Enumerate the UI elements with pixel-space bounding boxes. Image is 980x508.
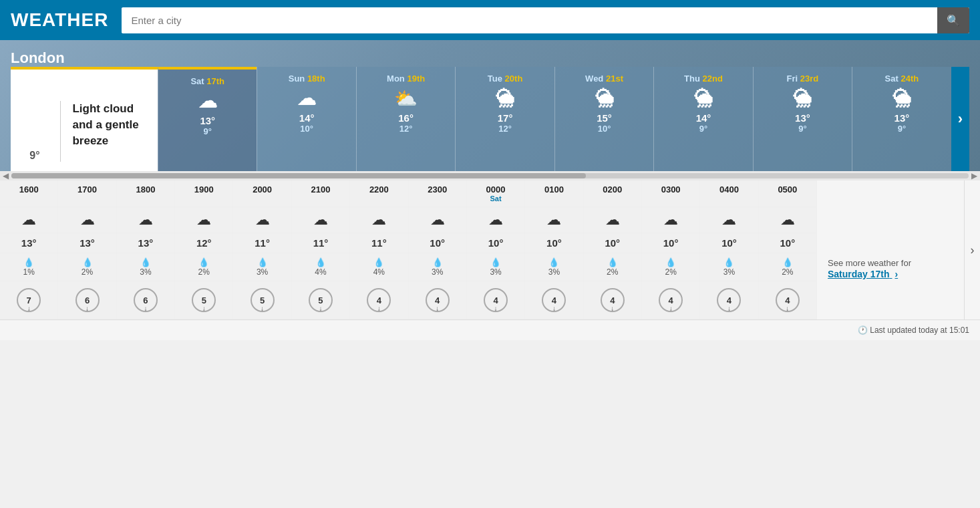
day-temp-low: 10° <box>261 124 351 134</box>
rain-drop-icon: 💧 <box>412 257 464 267</box>
hourly-icon-cell: ☁ <box>233 207 291 233</box>
hourly-rain-cell: 💧 2% <box>759 253 817 281</box>
search-button[interactable]: 🔍 <box>937 7 969 33</box>
today-temp-low: 9° <box>29 150 39 162</box>
hourly-wind-cell: 5 ↓ <box>233 281 291 319</box>
hourly-weather-icon: ☁ <box>780 211 795 228</box>
day-forecast-card[interactable]: Wed 21st 🌦 15° 10° <box>554 67 653 171</box>
wind-circle: 4 ↓ <box>601 288 625 312</box>
hourly-temp: 10° <box>663 237 679 249</box>
day-weather-icon: 🌦 <box>658 88 748 110</box>
hourly-wind-cell: 6 ↓ <box>58 281 116 319</box>
hourly-temp: 11° <box>255 237 270 249</box>
rain-drop-icon: 💧 <box>353 257 405 267</box>
wind-circle: 4 ↓ <box>659 288 683 312</box>
rain-percent: 2% <box>61 267 113 277</box>
day-temp-high: 13° <box>856 112 947 124</box>
hourly-wind-cell: 4 ↓ <box>642 281 700 319</box>
day-weather-icon: 🌦 <box>460 88 550 110</box>
rain-percent: 2% <box>645 267 697 277</box>
hourly-temp-cell: 10° <box>467 233 525 253</box>
day-forecast-card[interactable]: Thu 22nd 🌦 14° 9° <box>653 67 752 171</box>
day-name: Thu 22nd <box>658 74 748 84</box>
side-panel: See more weather for Saturday 17th › <box>817 180 964 320</box>
rain-percent: 3% <box>412 267 464 277</box>
day-temp-high: 16° <box>361 112 451 124</box>
hourly-time-cell: 1600 <box>0 180 58 207</box>
hourly-wind-cell: 5 ↓ <box>292 281 350 319</box>
hourly-time-cell: 1900 <box>175 180 233 207</box>
hourly-icon-cell: ☁ <box>584 207 642 233</box>
hourly-icon-cell: ☁ <box>58 207 116 233</box>
rain-percent: 3% <box>236 267 288 277</box>
wind-circle: 4 ↓ <box>776 288 800 312</box>
wind-direction-arrow: ↓ <box>436 305 439 312</box>
day-forecasts: Sat 17th ☁ 13° 9° Sun 18th ☁ 14° 10° Mon… <box>158 67 951 171</box>
rain-percent: 2% <box>587 267 639 277</box>
hourly-weather-icon: ☁ <box>430 211 445 228</box>
day-temp-low: 9° <box>162 126 253 136</box>
forecast-next-arrow[interactable]: › <box>951 67 969 171</box>
header: WEATHER 🔍 <box>0 0 980 40</box>
hourly-wind-cell: 4 ↓ <box>409 281 467 319</box>
day-forecast-card[interactable]: Sun 18th ☁ 14° 10° <box>257 67 355 171</box>
hourly-temp: 10° <box>488 237 504 249</box>
day-forecast-card[interactable]: Fri 23rd 🌦 13° 9° <box>753 67 852 171</box>
hourly-weather-icon: ☁ <box>721 211 736 228</box>
day-forecast-card[interactable]: Tue 20th 🌦 17° 12° <box>455 67 554 171</box>
wind-direction-arrow: ↓ <box>202 305 206 312</box>
hourly-icon-cell: ☁ <box>467 207 525 233</box>
hourly-icon-cell: ☁ <box>642 207 700 233</box>
rain-percent: 2% <box>762 267 814 277</box>
last-updated: Last updated today at 15:01 <box>870 326 969 335</box>
day-name: Mon 19th <box>361 74 451 84</box>
scrollbar-thumb <box>11 173 586 178</box>
hourly-rain-cell: 💧 1% <box>0 253 58 281</box>
day-temp-high: 13° <box>162 115 253 126</box>
wind-direction-arrow: ↓ <box>611 305 614 312</box>
right-scroll-button[interactable]: › <box>964 180 980 320</box>
hourly-rain-cell: 💧 3% <box>700 253 758 281</box>
day-forecast-card[interactable]: Sat 24th 🌦 13° 9° <box>852 67 951 171</box>
rain-drop-icon: 💧 <box>703 257 755 267</box>
hourly-temp: 10° <box>430 237 445 249</box>
wind-circle: 4 ↓ <box>426 288 450 312</box>
day-forecast-card[interactable]: Sat 17th ☁ 13° 9° <box>158 67 257 171</box>
scroll-left-arrow[interactable]: ◀ <box>3 171 9 180</box>
day-weather-icon: ☁ <box>162 90 253 112</box>
rain-drop-icon: 💧 <box>295 257 347 267</box>
day-weather-icon: 🌦 <box>856 88 947 110</box>
wind-direction-arrow: ↓ <box>669 305 673 312</box>
hourly-time-cell: 0100 <box>525 180 583 207</box>
hourly-rain-cell: 💧 2% <box>175 253 233 281</box>
hourly-icon-cell: ☁ <box>759 207 817 233</box>
rain-drop-icon: 💧 <box>587 257 639 267</box>
clock-icon: 🕐 <box>858 326 868 335</box>
hourly-weather-icon: ☁ <box>138 211 153 228</box>
rain-drop-icon: 💧 <box>61 257 113 267</box>
wind-circle: 4 ↓ <box>367 288 391 312</box>
wind-direction-arrow: ↓ <box>144 305 147 312</box>
scrollbar-track[interactable] <box>11 173 969 178</box>
hourly-weather-icon: ☁ <box>488 211 503 228</box>
rain-percent: 1% <box>3 267 55 277</box>
see-more-link[interactable]: Saturday 17th › <box>828 269 898 279</box>
day-temp-high: 14° <box>261 112 351 124</box>
hourly-temp-cell: 10° <box>584 233 642 253</box>
hourly-weather-icon: ☁ <box>80 211 95 228</box>
hourly-temp-cell: 13° <box>117 233 175 253</box>
hourly-temp: 10° <box>546 237 562 249</box>
wind-direction-arrow: ↓ <box>377 305 381 312</box>
scrollbar-area[interactable]: ◀ ▶ <box>0 171 980 180</box>
rain-drop-icon: 💧 <box>645 257 697 267</box>
hourly-weather-icon: ☁ <box>546 211 561 228</box>
scroll-right-arrow[interactable]: ▶ <box>971 171 977 180</box>
hourly-wind-cell: 7 ↓ <box>0 281 58 319</box>
day-temp-low: 10° <box>559 124 649 134</box>
day-forecast-card[interactable]: Mon 19th ⛅ 16° 12° <box>356 67 455 171</box>
hourly-time-row: 160017001800190020002100220023000000Sat0… <box>0 180 817 207</box>
wind-direction-arrow: ↓ <box>727 305 731 312</box>
hourly-temp: 10° <box>605 237 620 249</box>
hourly-temp-cell: 10° <box>525 233 583 253</box>
search-input[interactable] <box>122 8 937 33</box>
